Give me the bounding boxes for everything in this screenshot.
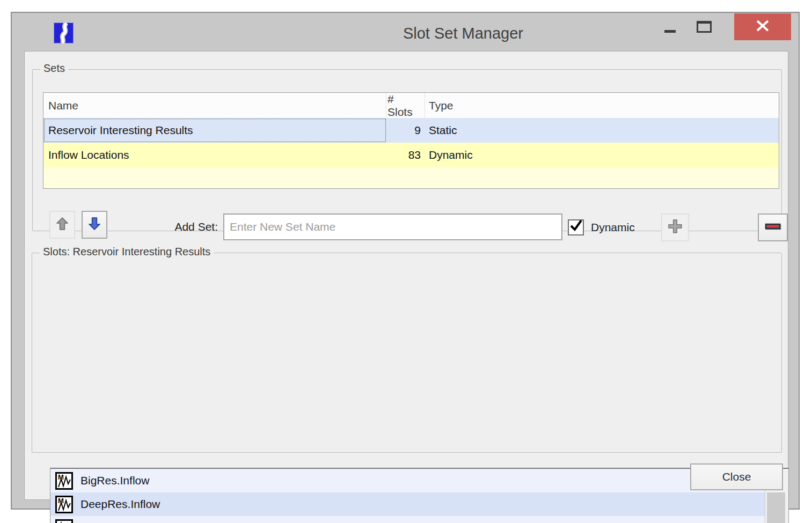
move-set-down-button[interactable] [82, 211, 107, 239]
set-slots-cell: 83 [386, 143, 425, 167]
checkmark-icon [569, 221, 583, 234]
set-type-cell: Dynamic [425, 143, 779, 167]
slot-set-manager-window: Slot Set Manager Sets Name # Slots [11, 12, 800, 510]
close-button[interactable]: Close [690, 463, 783, 490]
column-header-type[interactable]: Type [425, 93, 779, 118]
close-window-button[interactable] [734, 13, 791, 40]
sets-group-label: Sets [40, 62, 68, 75]
maximize-button[interactable] [689, 13, 719, 40]
sets-table-header[interactable]: Name # Slots Type [43, 93, 779, 118]
multi-slot-icon: M [55, 496, 73, 513]
set-name-cell: Inflow Locations [43, 143, 386, 167]
slots-groupbox: Slots: Reservoir Interesting Results M B… [32, 253, 782, 453]
multi-slot-icon: M [55, 472, 73, 490]
scrollbar-thumb[interactable] [767, 492, 785, 523]
list-item[interactable]: M BigRes.Inflow [50, 469, 788, 492]
close-icon [756, 19, 770, 34]
series-slot-icon [55, 519, 73, 523]
set-slots-cell: 9 [386, 118, 425, 143]
arrow-down-icon [89, 217, 100, 233]
minus-icon [765, 220, 781, 235]
maximize-icon [697, 21, 712, 33]
minimize-button[interactable] [656, 13, 684, 40]
slot-name: BigRes.Inflow [81, 474, 149, 487]
list-item[interactable]: M DeepRes.Inflow [50, 492, 788, 516]
remove-set-button[interactable] [758, 213, 788, 241]
add-set-input[interactable] [223, 213, 562, 240]
sets-groupbox: Sets Name # Slots Type Reservoir Interes… [32, 69, 782, 231]
column-header-name[interactable]: Name [43, 93, 386, 118]
arrow-up-icon [56, 217, 68, 233]
table-empty-area [43, 167, 779, 189]
dynamic-checkbox-label: Dynamic [591, 215, 635, 240]
dialog-client-area: Sets Name # Slots Type Reservoir Interes… [24, 51, 788, 500]
slots-group-label: Slots: Reservoir Interesting Results [40, 246, 214, 258]
add-set-label: Add Set: [156, 213, 218, 240]
add-set-button[interactable] [661, 213, 689, 241]
dynamic-checkbox[interactable] [568, 219, 584, 235]
minimize-icon [664, 30, 676, 33]
titlebar[interactable]: Slot Set Manager [12, 13, 799, 51]
slot-name: DeepRes.Inflow [81, 498, 160, 511]
list-item[interactable]: BigRes.Outflow [50, 516, 788, 523]
set-type-cell: Static [425, 118, 779, 143]
move-set-up-button[interactable] [49, 211, 75, 239]
table-row[interactable]: Reservoir Interesting Results 9 Static [43, 118, 779, 143]
plus-icon [668, 219, 682, 235]
table-row[interactable]: Inflow Locations 83 Dynamic [43, 143, 779, 167]
set-name-cell: Reservoir Interesting Results [43, 118, 386, 143]
slots-list: M BigRes.Inflow M DeepRes.Inflo [50, 468, 789, 523]
sets-table: Name # Slots Type Reservoir Interesting … [43, 92, 779, 189]
column-header-slots[interactable]: # Slots [386, 93, 425, 118]
